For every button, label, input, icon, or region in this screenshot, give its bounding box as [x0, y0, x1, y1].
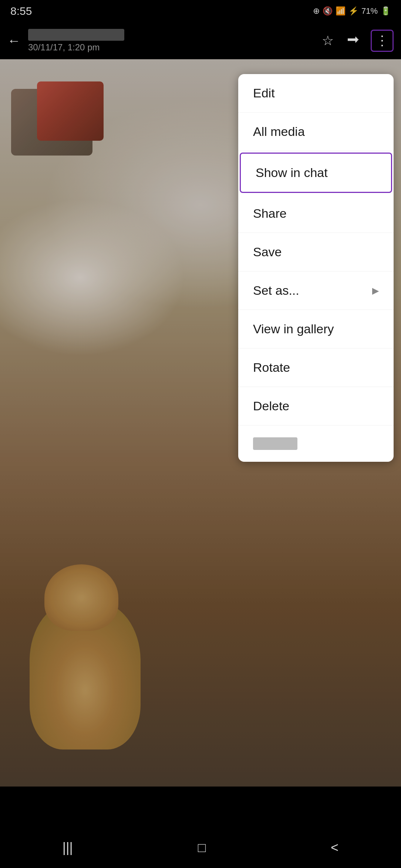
menu-label-edit: Edit — [253, 86, 275, 100]
menu-label-report — [253, 437, 297, 450]
menu-label-rotate: Rotate — [253, 360, 290, 375]
menu-item-report[interactable] — [238, 425, 394, 462]
menu-label-show-in-chat: Show in chat — [256, 166, 328, 180]
menu-label-all-media: All media — [253, 124, 305, 139]
menu-item-rotate[interactable]: Rotate — [238, 348, 394, 387]
submenu-arrow-icon: ▶ — [372, 286, 379, 296]
menu-label-share: Share — [253, 206, 287, 221]
menu-item-delete[interactable]: Delete — [238, 387, 394, 425]
menu-item-set-as[interactable]: Set as...▶ — [238, 271, 394, 310]
menu-label-view-in-gallery: View in gallery — [253, 322, 334, 336]
menu-label-save: Save — [253, 245, 282, 259]
menu-item-show-in-chat[interactable]: Show in chat — [240, 153, 392, 193]
menu-label-set-as: Set as... — [253, 283, 299, 298]
menu-item-share[interactable]: Share — [238, 194, 394, 233]
menu-item-view-in-gallery[interactable]: View in gallery — [238, 310, 394, 348]
menu-item-all-media[interactable]: All media — [238, 113, 394, 151]
context-menu: EditAll mediaShow in chatShareSaveSet as… — [238, 74, 394, 462]
menu-item-edit[interactable]: Edit — [238, 74, 394, 113]
menu-label-delete: Delete — [253, 399, 289, 413]
menu-item-save[interactable]: Save — [238, 233, 394, 271]
